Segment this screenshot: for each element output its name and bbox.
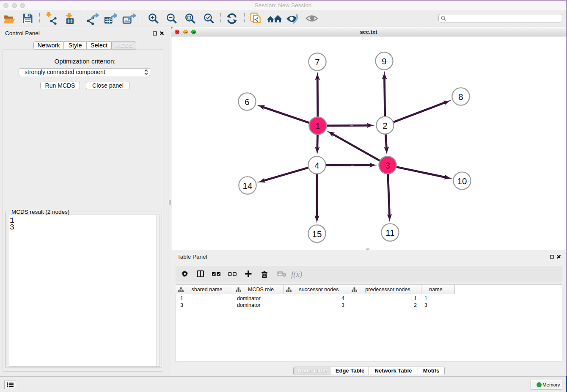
svg-text:6: 6 — [245, 97, 249, 107]
svg-text:2: 2 — [383, 121, 387, 130]
svg-text:14: 14 — [243, 181, 253, 190]
svg-text:4: 4 — [314, 160, 319, 170]
svg-text:3: 3 — [385, 160, 390, 170]
svg-text:15: 15 — [312, 229, 322, 239]
svg-text:8: 8 — [458, 92, 463, 102]
svg-text:1: 1 — [315, 121, 320, 131]
svg-text:9: 9 — [382, 56, 386, 66]
svg-text:10: 10 — [457, 176, 467, 186]
svg-text:7: 7 — [315, 57, 319, 67]
svg-text:11: 11 — [385, 228, 394, 237]
